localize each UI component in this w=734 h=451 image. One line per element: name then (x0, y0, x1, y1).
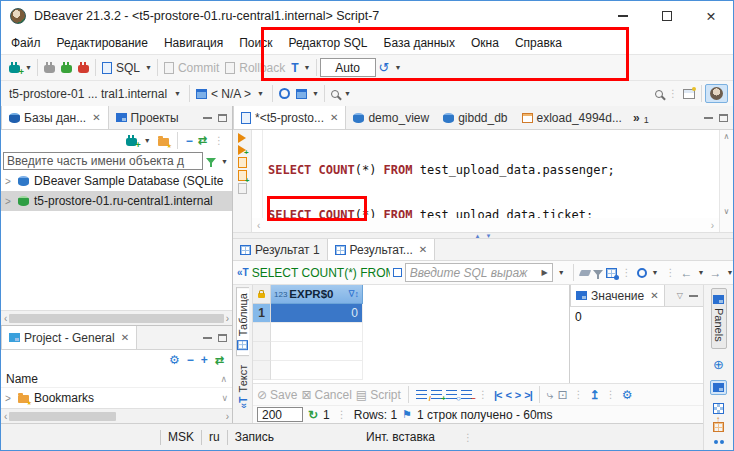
menu-help[interactable]: Справка (515, 36, 562, 50)
link-editor-icon[interactable]: ⇄ (198, 134, 207, 147)
editor-tab-close-icon[interactable]: ✕ (330, 112, 338, 123)
export-icon[interactable]: ↥ (590, 388, 600, 402)
nav-forward-icon[interactable]: → (709, 266, 721, 280)
editor-hscrollbar[interactable]: ‹ › (252, 218, 719, 232)
commit-button[interactable]: Commit (161, 59, 222, 77)
transaction-dropdown[interactable]: ▼ (304, 64, 311, 71)
calc-panel-icon[interactable] (713, 422, 724, 432)
tab-demo-view[interactable]: demo_view (346, 106, 436, 129)
value-panel-content[interactable]: 0 (570, 307, 703, 383)
filter-funnel-icon[interactable] (206, 158, 216, 164)
last-row-icon[interactable]: >| (524, 389, 532, 401)
rollback-button[interactable]: Rollback (222, 59, 288, 77)
first-row-icon[interactable]: |< (494, 389, 502, 401)
tree-item-t5-prostore[interactable]: > t5-prostore-01.ru-central1.internal (1, 191, 232, 211)
nav-forward-dropdown[interactable]: ▼ (726, 269, 733, 276)
project-link-icon[interactable]: ⇄ (215, 354, 224, 367)
cell-expr0-row1[interactable]: 0 (271, 304, 363, 323)
add-row-icon[interactable]: + (431, 390, 442, 399)
scroll-down-icon[interactable]: ∨ (724, 207, 730, 216)
result-filter-dropdown[interactable]: ▼ (558, 269, 565, 276)
editor-vscrollbar[interactable]: ∧ ∨ (719, 130, 733, 232)
abort-connection-button[interactable] (75, 60, 92, 75)
nav-new-connection-icon[interactable]: + (126, 138, 137, 146)
nav-view-menu-icon[interactable]: ⋮ (214, 135, 224, 146)
tab-value[interactable]: Значение ✕ (570, 285, 665, 306)
result-filter-input[interactable]: Введите SQL выраж ▶ (405, 263, 553, 282)
menu-search[interactable]: Поиск (239, 36, 272, 50)
filter-apply-icon[interactable]: ▶ (542, 268, 548, 277)
nav-back-dropdown[interactable]: ▼ (698, 269, 705, 276)
scroll-right-icon[interactable]: › (226, 313, 229, 324)
scroll-thumb[interactable] (9, 412, 115, 421)
quick-search-button[interactable] (328, 88, 342, 100)
save-button[interactable]: ⊘ Save (257, 388, 297, 402)
project-hscrollbar[interactable]: ‹ › (1, 408, 232, 423)
editor-tab-overflow[interactable]: » 1 (629, 106, 653, 129)
connection-selector[interactable]: t5-prostore-01 ... tral1.internal ▼ (6, 85, 186, 103)
tab-text-presentation[interactable]: «T Текст (237, 360, 249, 413)
tab-result-1[interactable]: Результат 1 (233, 239, 327, 260)
value-panel-minimize-icon[interactable] (689, 294, 698, 297)
project-expand-icon[interactable]: + (201, 353, 208, 367)
expand-query-icon[interactable] (393, 268, 402, 277)
grid-options-icon[interactable] (606, 268, 617, 278)
nav-new-connection-dropdown[interactable]: ▼ (144, 137, 151, 144)
sash-down-icon[interactable]: ▼ (486, 233, 492, 239)
project-settings-gear-icon[interactable]: ⚙ (169, 353, 180, 367)
dbeaver-perspective-button[interactable] (705, 84, 728, 103)
vscroll-up-icon[interactable]: ∧ (220, 374, 227, 384)
transaction-log-button[interactable]: T (288, 59, 301, 77)
tab-projects[interactable]: Проекты (109, 106, 186, 129)
clear-filter-icon[interactable] (578, 270, 590, 276)
next-row-icon[interactable]: > (515, 389, 520, 401)
menu-navigation[interactable]: Навигация (164, 36, 223, 50)
filter-dropdown[interactable]: ▼ (221, 158, 228, 165)
tab-grid-presentation[interactable]: Таблица (236, 287, 249, 356)
tab-databases[interactable]: Базы дан... ✕ (1, 106, 109, 129)
aggregate-panel-icon[interactable] (713, 403, 724, 414)
tab-project-general[interactable]: Project - General ✕ (1, 326, 137, 349)
execute-statement-icon[interactable] (238, 133, 246, 143)
compare-dropdown[interactable]: ▼ (312, 90, 319, 97)
empty-cell[interactable] (271, 323, 363, 342)
close-button[interactable]: ✕ (689, 1, 733, 31)
timezone-indicator[interactable]: MSK (168, 430, 194, 444)
menu-edit[interactable]: Редактирование (57, 36, 148, 50)
scroll-thumb[interactable] (9, 314, 223, 323)
quick-search-dropdown[interactable]: ▼ (344, 90, 351, 97)
execute-script-new-icon[interactable] (238, 170, 247, 181)
disconnect-button[interactable] (41, 60, 58, 75)
commit-mode-combo[interactable]: Auto (320, 58, 376, 77)
references-panel-icon[interactable] (714, 440, 724, 444)
scroll-right-icon[interactable]: › (226, 411, 229, 422)
tree-item-bookmarks[interactable]: > Bookmarks ∨ (1, 388, 232, 408)
sash-up-icon[interactable]: ▲ (475, 233, 481, 239)
grid-corner-cell[interactable] (253, 285, 271, 304)
scroll-left-icon[interactable]: ‹ (4, 313, 7, 324)
databases-tab-close-icon[interactable]: ✕ (92, 112, 100, 123)
metadata-panel-icon[interactable]: ⊕ (713, 357, 724, 372)
duplicate-row-icon[interactable]: ○ (446, 390, 457, 399)
tab-script-7[interactable]: *<t5-prosto... ✕ (233, 106, 346, 129)
editor-minimize-icon[interactable] (704, 116, 713, 119)
refresh-icon[interactable]: ↻ (308, 408, 318, 422)
script-button[interactable]: ▤ Script (356, 388, 401, 402)
history-dropdown[interactable]: ▼ (394, 64, 401, 71)
value-panel-menu-icon[interactable]: ▽ (677, 291, 683, 300)
new-folder-icon[interactable] (158, 138, 169, 146)
execute-script-icon[interactable] (238, 157, 247, 168)
value-viewer-panel-icon[interactable] (710, 380, 727, 395)
query-history-button[interactable]: ↺ (376, 58, 393, 77)
sql-line-1[interactable]: SELECT COUNT(*) FROM test_upload_data.pa… (263, 162, 719, 179)
reconnect-button[interactable] (58, 60, 75, 75)
fetch-next-icon[interactable]: ⤷ (547, 388, 554, 402)
result-grid[interactable]: 123 EXPR$0 ∇↕ 1 0 (253, 285, 569, 383)
open-perspective-button[interactable] (680, 87, 698, 101)
empty-cell[interactable] (271, 361, 363, 380)
new-sql-editor-button[interactable]: SQL (99, 59, 143, 77)
references-icon[interactable] (637, 268, 647, 278)
tab-exload[interactable]: exload_4994d... (515, 106, 629, 129)
project-collapse-icon[interactable]: − (187, 353, 194, 367)
row-header-1[interactable]: 1 (253, 304, 271, 323)
